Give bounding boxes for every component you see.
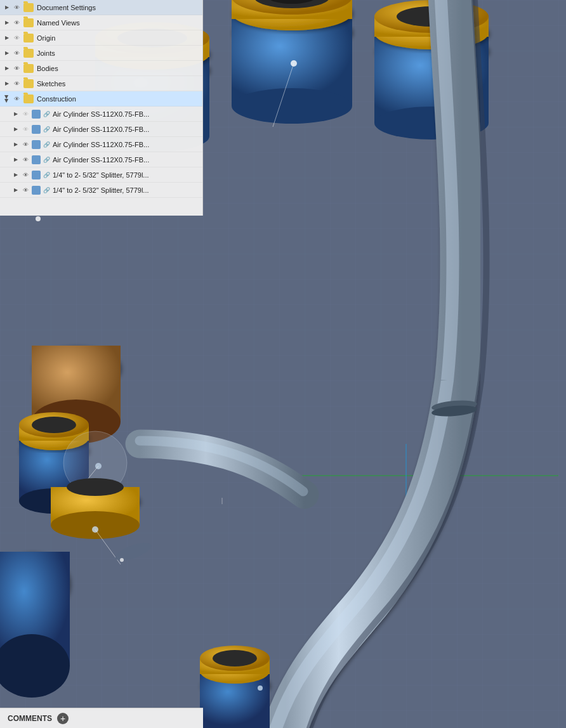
tree-item-origin[interactable]: 👁 Origin: [0, 30, 202, 46]
svg-point-60: [200, 646, 270, 671]
svg-line-49: [95, 530, 121, 564]
expand-arrow-construction[interactable]: ▶: [3, 94, 11, 103]
link-icon-ac3: [42, 140, 51, 149]
svg-point-36: [19, 488, 89, 514]
svg-point-61: [213, 650, 257, 666]
svg-point-44: [51, 487, 140, 515]
svg-rect-23: [374, 34, 489, 123]
expand-arrow-document-settings[interactable]: [3, 3, 11, 12]
visibility-icon-ac1[interactable]: 👁: [20, 109, 30, 119]
svg-point-30: [431, 404, 477, 418]
label-air-cylinder-4: Air Cylinder SS-112X0.75-FB...: [53, 156, 149, 164]
add-comment-button[interactable]: +: [57, 713, 69, 724]
svg-point-58: [200, 658, 270, 684]
expand-arrow-ac2[interactable]: [11, 125, 20, 134]
svg-point-41: [63, 431, 127, 495]
link-icon-ac2: [42, 125, 51, 134]
folder-icon-joints: [23, 49, 34, 58]
svg-rect-35: [19, 438, 89, 501]
svg-point-15: [232, 0, 352, 30]
svg-point-39: [19, 412, 89, 438]
svg-line-21: [273, 63, 294, 127]
tree-item-sketches[interactable]: Sketches: [0, 76, 202, 91]
svg-rect-16: [232, 0, 352, 19]
svg-point-40: [32, 417, 76, 433]
tree-item-named-views[interactable]: Named Views: [0, 15, 202, 30]
svg-point-22: [374, 34, 489, 67]
comments-label: COMMENTS: [8, 714, 52, 723]
expand-arrow-joints[interactable]: [3, 49, 11, 58]
label-bodies: Bodies: [37, 65, 58, 72]
svg-rect-59: [200, 658, 270, 674]
body-icon-ac1: [32, 110, 41, 119]
svg-rect-32: [32, 346, 121, 422]
svg-point-19: [268, 0, 316, 4]
folder-icon-sketches: [23, 79, 34, 88]
tree-item-air-cylinder-2[interactable]: 👁 Air Cylinder SS-112X0.75-FB...: [0, 122, 202, 137]
expand-arrow-ac4[interactable]: [11, 155, 20, 164]
expand-arrow-bodies[interactable]: [3, 64, 11, 73]
svg-rect-26: [374, 16, 489, 37]
svg-point-14: [232, 88, 352, 124]
visibility-icon-sp2[interactable]: [20, 185, 30, 195]
tree-item-air-cylinder-1[interactable]: 👁 Air Cylinder SS-112X0.75-FB...: [0, 107, 202, 122]
visibility-icon-joints[interactable]: [11, 48, 22, 58]
expand-arrow-sketches[interactable]: [3, 79, 11, 88]
expand-arrow-sp1[interactable]: [11, 171, 20, 179]
svg-rect-57: [200, 672, 270, 728]
comments-bar: COMMENTS +: [0, 708, 203, 728]
label-construction: Construction: [37, 95, 76, 103]
expand-arrow-origin[interactable]: [3, 34, 11, 42]
expand-arrow-ac3[interactable]: [11, 140, 20, 149]
svg-point-24: [374, 107, 489, 140]
svg-point-27: [374, 0, 489, 33]
visibility-icon-origin[interactable]: 👁: [11, 33, 22, 43]
label-joints: Joints: [37, 49, 55, 57]
svg-rect-13: [232, 14, 352, 106]
visibility-icon-sketches[interactable]: [11, 79, 22, 89]
tree-item-air-cylinder-3[interactable]: Air Cylinder SS-112X0.75-FB...: [0, 137, 202, 152]
svg-point-29: [431, 399, 477, 413]
svg-point-48: [92, 526, 98, 533]
svg-point-17: [232, 0, 352, 15]
tree-item-construction[interactable]: ▶ Construction: [0, 91, 202, 107]
svg-point-52: [36, 216, 41, 221]
tree-item-air-cylinder-4[interactable]: Air Cylinder SS-112X0.75-FB...: [0, 152, 202, 167]
label-named-views: Named Views: [37, 19, 80, 27]
label-sketches: Sketches: [37, 80, 65, 88]
svg-point-53: [0, 552, 70, 615]
tree-item-document-settings[interactable]: Document Settings: [0, 0, 202, 15]
link-icon-sp1: [42, 171, 51, 179]
folder-icon-named-views: [23, 18, 34, 27]
visibility-icon-document-settings[interactable]: [11, 3, 22, 13]
folder-icon-construction: [23, 94, 34, 103]
svg-point-56: [200, 672, 270, 698]
svg-point-25: [374, 16, 489, 49]
label-splitter-2: 1/4" to 2- 5/32" Splitter, 5779l...: [53, 186, 149, 194]
expand-arrow-ac1[interactable]: [11, 110, 20, 119]
expand-arrow-named-views[interactable]: [3, 18, 11, 27]
svg-rect-54: [0, 552, 70, 666]
visibility-icon-construction[interactable]: [11, 94, 22, 104]
svg-point-47: [67, 478, 124, 496]
visibility-icon-bodies[interactable]: [11, 63, 22, 74]
expand-arrow-sp2[interactable]: [11, 186, 20, 195]
body-icon-sp2: [32, 186, 41, 195]
svg-point-62: [258, 686, 263, 691]
svg-point-50: [113, 539, 153, 564]
visibility-icon-ac2[interactable]: 👁: [20, 124, 30, 134]
svg-rect-45: [51, 487, 140, 525]
visibility-icon-sp1[interactable]: [20, 170, 30, 180]
label-air-cylinder-1: Air Cylinder SS-112X0.75-FB...: [53, 110, 149, 118]
visibility-icon-ac3[interactable]: [20, 140, 30, 150]
tree-item-splitter-1[interactable]: 1/4" to 2- 5/32" Splitter, 5779l...: [0, 167, 202, 183]
tree-item-bodies[interactable]: Bodies: [0, 61, 202, 76]
visibility-icon-named-views[interactable]: [11, 18, 22, 28]
link-icon-ac4: [42, 155, 51, 164]
visibility-icon-ac4[interactable]: [20, 155, 30, 165]
svg-point-55: [0, 634, 70, 698]
label-splitter-1: 1/4" to 2- 5/32" Splitter, 5779l...: [53, 171, 149, 179]
svg-line-43: [70, 466, 98, 501]
tree-item-joints[interactable]: Joints: [0, 46, 202, 61]
tree-item-splitter-2[interactable]: 1/4" to 2- 5/32" Splitter, 5779l...: [0, 183, 202, 198]
